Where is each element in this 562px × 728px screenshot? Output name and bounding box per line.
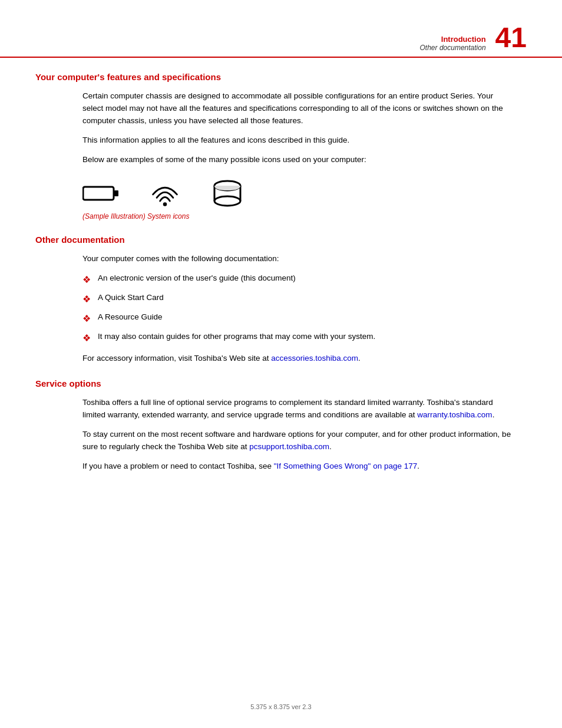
svg-rect-1 xyxy=(114,190,118,196)
list-item-2-text: A Quick Start Card xyxy=(98,292,164,304)
service-options-heading: Service options xyxy=(35,378,527,388)
icons-caption: (Sample Illustration) System icons xyxy=(82,212,515,220)
features-para2: This information applies to all the feat… xyxy=(82,134,515,147)
list-item-1-text: An electronic version of the user's guid… xyxy=(98,272,296,284)
main-content: Your computer's features and specificati… xyxy=(0,72,562,510)
other-docs-footer: For accessory information, visit Toshiba… xyxy=(82,353,515,365)
service-options-body: Toshiba offers a full line of optional s… xyxy=(82,397,515,473)
section-other-docs: Other documentation Your computer comes … xyxy=(35,235,527,365)
section-features: Your computer's features and specificati… xyxy=(35,72,527,220)
service-para1: Toshiba offers a full line of optional s… xyxy=(82,397,515,421)
svg-rect-0 xyxy=(83,187,114,200)
page-header: Introduction Other documentation 41 xyxy=(0,0,562,58)
features-para3: Below are examples of some of the many p… xyxy=(82,154,515,166)
svg-point-2 xyxy=(163,202,167,206)
header-text-group: Introduction Other documentation xyxy=(420,35,486,52)
warranty-link[interactable]: warranty.toshiba.com xyxy=(417,410,492,419)
database-icon xyxy=(211,180,244,207)
bullet-diamond-2: ❖ xyxy=(82,292,91,307)
other-docs-list: ❖ An electronic version of the user's gu… xyxy=(82,272,515,345)
if-something-link[interactable]: "If Something Goes Wrong" on page 177 xyxy=(274,462,418,470)
list-item-2: ❖ A Quick Start Card xyxy=(82,292,515,307)
page-number: 41 xyxy=(495,24,527,52)
database-icon-figure xyxy=(211,180,244,207)
bullet-diamond-1: ❖ xyxy=(82,273,91,287)
page-footer: 5.375 x 8.375 ver 2.3 xyxy=(0,703,562,710)
bullet-diamond-3: ❖ xyxy=(82,312,91,326)
header-chapter: Introduction xyxy=(420,35,486,44)
bullet-diamond-4: ❖ xyxy=(82,331,91,345)
battery-icon xyxy=(82,184,119,203)
list-item-3: ❖ A Resource Guide xyxy=(82,311,515,326)
footer-text: 5.375 x 8.375 ver 2.3 xyxy=(250,703,311,710)
system-icons-area xyxy=(82,178,515,209)
features-heading: Your computer's features and specificati… xyxy=(35,72,527,82)
svg-point-6 xyxy=(214,196,240,206)
list-item-4-text: It may also contain guides for other pro… xyxy=(98,331,375,342)
accessories-link[interactable]: accessories.toshiba.com xyxy=(271,354,358,363)
wireless-icon-figure xyxy=(148,178,181,209)
page: Introduction Other documentation 41 Your… xyxy=(0,0,562,728)
battery-icon-figure xyxy=(82,184,119,203)
list-item-1: ❖ An electronic version of the user's gu… xyxy=(82,272,515,287)
service-para3-end: . xyxy=(417,462,419,470)
list-item-4: ❖ It may also contain guides for other p… xyxy=(82,331,515,345)
list-item-3-text: A Resource Guide xyxy=(98,311,163,323)
service-para3-pre: If you have a problem or need to contact… xyxy=(82,462,274,470)
wireless-icon xyxy=(148,178,181,209)
service-para2-end: . xyxy=(329,442,332,451)
service-para1-end: . xyxy=(492,410,495,419)
other-docs-heading: Other documentation xyxy=(35,235,527,245)
other-docs-body: Your computer comes with the following d… xyxy=(82,253,515,365)
header-section: Other documentation xyxy=(420,44,486,52)
service-para2: To stay current on the most recent softw… xyxy=(82,429,515,453)
service-para3: If you have a problem or need to contact… xyxy=(82,460,515,473)
section-service-options: Service options Toshiba offers a full li… xyxy=(35,378,527,473)
other-docs-footer-text: For accessory information, visit Toshiba… xyxy=(82,354,271,363)
features-para1: Certain computer chassis are designed to… xyxy=(82,90,515,127)
features-body: Certain computer chassis are designed to… xyxy=(82,90,515,220)
pcsupport-link[interactable]: pcsupport.toshiba.com xyxy=(249,442,329,451)
other-docs-footer-end: . xyxy=(358,354,361,363)
other-docs-intro: Your computer comes with the following d… xyxy=(82,253,515,265)
